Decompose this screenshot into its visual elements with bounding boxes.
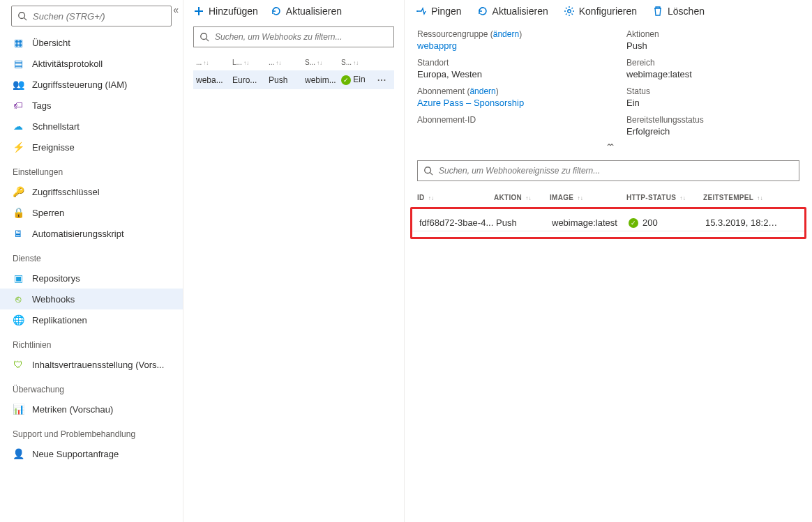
col-name[interactable]: ...↑↓ <box>196 59 231 66</box>
prop-provisioning: Bereitstellungsstatus Erfolgreich <box>626 115 799 137</box>
status-ok-icon: ✓ <box>341 75 351 85</box>
gear-icon <box>564 6 575 17</box>
support-icon: 👤 <box>13 448 24 459</box>
col-loc[interactable]: L...↑↓ <box>232 59 267 66</box>
nav-label: Aktivitätsprotokoll <box>32 59 103 69</box>
cell-image: webimage:latest <box>552 217 629 228</box>
chart-icon: 📊 <box>13 404 24 415</box>
search-icon <box>423 166 433 176</box>
key-icon: 🔑 <box>13 186 24 197</box>
nav-access-keys[interactable]: 🔑Zugriffsschlüssel <box>0 181 183 202</box>
nav-label: Zugriffsschlüssel <box>32 187 100 197</box>
refresh-icon <box>271 6 282 17</box>
events-table: ID ↑↓ AKTION ↑↓ IMAGE ↑↓ HTTP-STATUS ↑↓ … <box>410 188 806 239</box>
section-policies-title: Richtlinien <box>0 330 183 354</box>
nav-tags[interactable]: 🏷Tags <box>0 95 183 116</box>
prop-scope: Bereich webimage:latest <box>626 58 799 79</box>
rg-value-link[interactable]: webapprg <box>417 40 619 51</box>
col-image[interactable]: IMAGE ↑↓ <box>550 194 626 201</box>
nav-label: Replikationen <box>32 315 87 325</box>
cell-image: webim... <box>305 75 340 85</box>
section-support-title: Support und Problembehandlung <box>0 420 183 443</box>
globe-icon: 🌐 <box>13 314 24 325</box>
events-filter-input[interactable] <box>437 165 793 176</box>
row-menu-icon[interactable]: ··· <box>377 75 391 85</box>
collapse-properties-icon[interactable] <box>405 141 812 156</box>
detail-toolbar: Pingen Aktualisieren Konfigurieren Lösch… <box>405 0 812 22</box>
col-ts[interactable]: ZEITSTEMPEL ↑↓ <box>703 194 780 201</box>
quickstart-icon: ☁ <box>13 121 24 132</box>
col-action[interactable]: AKTION ↑↓ <box>494 194 550 201</box>
cell-ts: 15.3.2019, 18:26 U... <box>705 217 782 228</box>
change-sub-link[interactable]: ändern <box>469 86 495 96</box>
nav-replications[interactable]: 🌐Replikationen <box>0 309 183 330</box>
webhook-filter[interactable] <box>193 26 394 47</box>
nav-locks[interactable]: 🔒Sperren <box>0 202 183 223</box>
cell-id: fdf68d72-3bae-4... <box>419 217 496 228</box>
refresh-list-button[interactable]: Aktualisieren <box>271 6 342 17</box>
col-scope[interactable]: S...↑↓ <box>305 59 340 66</box>
list-toolbar: Hinzufügen Aktualisieren <box>183 0 404 22</box>
webhooks-list-panel: Hinzufügen Aktualisieren ...↑↓ L...↑↓ ..… <box>183 0 405 522</box>
cell-action: Push <box>496 217 552 228</box>
configure-button[interactable]: Konfigurieren <box>564 6 637 17</box>
col-http[interactable]: HTTP-STATUS ↑↓ <box>626 194 703 201</box>
sub-value-link[interactable]: Azure Pass – Sponsorship <box>417 98 619 108</box>
delete-button[interactable]: Löschen <box>652 6 705 17</box>
nav-events[interactable]: ⚡Ereignisse <box>0 137 183 158</box>
status-ok-icon: ✓ <box>629 218 638 228</box>
cell-loc: Euro... <box>232 75 267 85</box>
nav-label: Tags <box>32 100 51 111</box>
col-status[interactable]: S...↑↓ <box>341 59 376 66</box>
nav-automation-script[interactable]: 🖥Automatisierungsskript <box>0 223 183 244</box>
nav-group-overview: ▦Übersicht ▤Aktivitätsprotokoll 👥Zugriff… <box>0 32 183 158</box>
nav-search-input[interactable] <box>31 10 165 22</box>
nav-repositories[interactable]: ▣Repositorys <box>0 268 183 289</box>
cell-http: ✓200 <box>629 217 705 228</box>
nav-overview[interactable]: ▦Übersicht <box>0 32 183 53</box>
iam-icon: 👥 <box>13 79 24 90</box>
webhook-filter-input[interactable] <box>213 31 388 43</box>
table-row[interactable]: weba... Euro... Push webim... ✓ Ein ··· <box>193 70 394 89</box>
tag-icon: 🏷 <box>13 100 24 111</box>
nav-label: Webhooks <box>32 294 75 305</box>
collapse-nav-icon[interactable]: « <box>173 4 179 15</box>
ping-icon <box>416 6 427 17</box>
add-button[interactable]: Hinzufügen <box>193 6 258 17</box>
col-act[interactable]: ...↑↓ <box>269 59 303 66</box>
col-id[interactable]: ID ↑↓ <box>417 194 494 201</box>
nav-label: Zugriffssteuerung (IAM) <box>32 79 127 90</box>
nav-label: Sperren <box>32 208 64 218</box>
nav-label: Ereignisse <box>32 142 75 153</box>
nav-activity-log[interactable]: ▤Aktivitätsprotokoll <box>0 53 183 74</box>
btn-label: Aktualisieren <box>493 6 548 17</box>
webhook-detail-panel: Pingen Aktualisieren Konfigurieren Lösch… <box>405 0 812 522</box>
refresh-detail-button[interactable]: Aktualisieren <box>477 6 548 17</box>
nav-iam[interactable]: 👥Zugriffssteuerung (IAM) <box>0 74 183 95</box>
refresh-icon <box>477 6 488 17</box>
nav-quickstart[interactable]: ☁Schnellstart <box>0 116 183 137</box>
events-head: ID ↑↓ AKTION ↑↓ IMAGE ↑↓ HTTP-STATUS ↑↓ … <box>410 188 806 207</box>
nav-support-request[interactable]: 👤Neue Supportanfrage <box>0 443 183 464</box>
prop-location: Standort Europa, Westen <box>417 58 619 79</box>
nav-label: Neue Supportanfrage <box>32 449 119 459</box>
prop-rg: Ressourcengruppe (ändern) webapprg <box>417 29 619 51</box>
search-icon <box>200 32 209 42</box>
nav-webhooks[interactable]: ⎋Webhooks <box>0 289 183 309</box>
nav-metrics[interactable]: 📊Metriken (Vorschau) <box>0 399 183 420</box>
lock-icon: 🔒 <box>13 207 24 218</box>
nav-content-trust[interactable]: 🛡Inhaltsvertrauensstellung (Vors... <box>0 354 183 375</box>
left-nav-panel: « ▦Übersicht ▤Aktivitätsprotokoll 👥Zugri… <box>0 0 183 522</box>
event-row[interactable]: fdf68d72-3bae-4... Push webimage:latest … <box>412 210 804 231</box>
nav-label: Schnellstart <box>32 121 80 132</box>
cell-act: Push <box>269 75 303 85</box>
events-filter[interactable] <box>417 160 799 181</box>
prop-subscription: Abonnement (ändern) Azure Pass – Sponsor… <box>417 86 619 108</box>
change-rg-link[interactable]: ändern <box>493 29 519 39</box>
btn-label: Löschen <box>668 6 705 17</box>
cell-name: weba... <box>196 75 231 85</box>
highlighted-event-row: fdf68d72-3bae-4... Push webimage:latest … <box>410 207 806 239</box>
nav-search[interactable] <box>11 6 172 26</box>
ping-button[interactable]: Pingen <box>416 6 462 17</box>
plus-icon <box>193 6 204 17</box>
